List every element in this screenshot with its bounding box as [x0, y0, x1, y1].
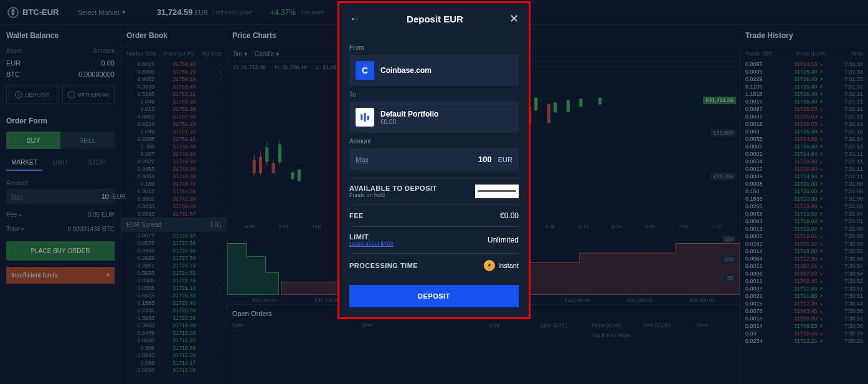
fee-value: €0.00: [500, 211, 519, 220]
from-label: From: [349, 44, 519, 51]
limit-label: LIMIT: [349, 233, 394, 241]
svg-rect-30: [367, 116, 369, 120]
instant-icon: [484, 260, 495, 271]
deposit-currency: EUR: [498, 156, 512, 163]
modal-title: Deposit EUR: [407, 14, 463, 24]
portfolio-icon: [356, 108, 374, 127]
to-name: Default Portfolio: [380, 110, 438, 118]
processing-value: Instant: [498, 262, 519, 269]
deposit-amount-input[interactable]: [369, 155, 492, 164]
available-label: AVAILABLE TO DEPOSIT: [349, 185, 437, 192]
from-account-card[interactable]: C Coinbase.com: [349, 55, 519, 86]
to-account-card[interactable]: Default Portfolio €0.00: [349, 102, 519, 133]
coinbase-icon: C: [356, 61, 374, 80]
from-name: Coinbase.com: [380, 66, 432, 75]
to-balance: €0.00: [380, 118, 438, 125]
amount-label: Amount: [349, 138, 519, 145]
to-label: To: [349, 91, 519, 98]
learn-limits-link[interactable]: Learn about limits: [349, 241, 394, 247]
deposit-modal: ← Deposit EUR ✕ From C Coinbase.com To D…: [337, 1, 531, 319]
svg-rect-28: [361, 115, 362, 120]
deposit-submit-button[interactable]: DEPOSIT: [349, 285, 519, 307]
close-icon[interactable]: ✕: [509, 12, 519, 26]
available-value-redacted: [475, 185, 519, 198]
fee-label: FEE: [349, 212, 364, 219]
back-icon[interactable]: ←: [349, 12, 361, 26]
processing-time-label: PROCESSING TIME: [349, 262, 418, 269]
limit-value: Unlimited: [488, 236, 519, 244]
funds-on-hold-label: Funds on hold: [349, 192, 437, 198]
max-link[interactable]: Max: [356, 156, 369, 163]
svg-rect-29: [364, 113, 366, 122]
